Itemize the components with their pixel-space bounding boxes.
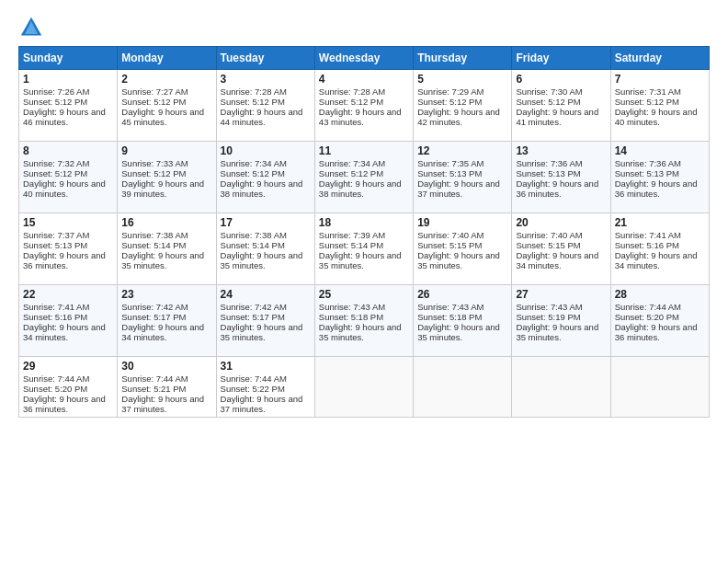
calendar-cell: 22 Sunrise: 7:41 AM Sunset: 5:16 PM Dayl… bbox=[19, 285, 118, 357]
calendar-cell: 24 Sunrise: 7:42 AM Sunset: 5:17 PM Dayl… bbox=[216, 285, 314, 357]
calendar-cell: 5 Sunrise: 7:29 AM Sunset: 5:12 PM Dayli… bbox=[414, 70, 512, 142]
day-number: 29 bbox=[23, 360, 113, 373]
sunset-label: Sunset: 5:19 PM bbox=[516, 312, 580, 322]
day-number: 4 bbox=[319, 73, 409, 86]
header-row: Sunday Monday Tuesday Wednesday Thursday… bbox=[19, 47, 710, 70]
day-number: 15 bbox=[23, 216, 113, 229]
daylight-label: Daylight: 9 hours and 40 minutes. bbox=[23, 178, 106, 199]
sunset-label: Sunset: 5:21 PM bbox=[121, 384, 186, 394]
daylight-label: Daylight: 9 hours and 36 minutes. bbox=[23, 394, 106, 414]
sunrise-label: Sunrise: 7:44 AM bbox=[615, 302, 681, 312]
day-number: 1 bbox=[23, 73, 113, 86]
sunrise-label: Sunrise: 7:38 AM bbox=[121, 230, 188, 240]
sunrise-label: Sunrise: 7:43 AM bbox=[417, 302, 483, 312]
calendar-cell bbox=[414, 357, 512, 418]
sunrise-label: Sunrise: 7:43 AM bbox=[319, 302, 385, 312]
calendar-table: Sunday Monday Tuesday Wednesday Thursday… bbox=[18, 46, 710, 418]
col-tuesday: Tuesday bbox=[216, 47, 314, 70]
sunrise-label: Sunrise: 7:37 AM bbox=[23, 230, 89, 240]
sunset-label: Sunset: 5:17 PM bbox=[221, 312, 285, 322]
day-number: 12 bbox=[417, 144, 507, 157]
sunset-label: Sunset: 5:14 PM bbox=[319, 240, 383, 250]
day-number: 31 bbox=[221, 360, 311, 373]
daylight-label: Daylight: 9 hours and 34 minutes. bbox=[516, 250, 598, 270]
calendar-cell: 10 Sunrise: 7:34 AM Sunset: 5:12 PM Dayl… bbox=[216, 142, 314, 213]
sunrise-label: Sunrise: 7:42 AM bbox=[221, 302, 287, 312]
sunrise-label: Sunrise: 7:36 AM bbox=[516, 158, 582, 168]
calendar-cell: 12 Sunrise: 7:35 AM Sunset: 5:13 PM Dayl… bbox=[414, 142, 512, 213]
daylight-label: Daylight: 9 hours and 35 minutes. bbox=[417, 322, 500, 342]
sunset-label: Sunset: 5:15 PM bbox=[417, 240, 482, 250]
sunrise-label: Sunrise: 7:28 AM bbox=[221, 86, 287, 97]
day-number: 7 bbox=[615, 73, 705, 86]
calendar-cell bbox=[512, 357, 610, 418]
col-monday: Monday bbox=[118, 47, 216, 70]
calendar-cell bbox=[314, 357, 413, 418]
day-number: 24 bbox=[221, 288, 311, 301]
calendar-cell: 15 Sunrise: 7:37 AM Sunset: 5:13 PM Dayl… bbox=[19, 213, 118, 285]
sunset-label: Sunset: 5:12 PM bbox=[23, 168, 87, 178]
daylight-label: Daylight: 9 hours and 35 minutes. bbox=[516, 322, 598, 342]
calendar-cell: 20 Sunrise: 7:40 AM Sunset: 5:15 PM Dayl… bbox=[512, 213, 610, 285]
sunset-label: Sunset: 5:17 PM bbox=[121, 312, 186, 322]
sunset-label: Sunset: 5:14 PM bbox=[221, 240, 285, 250]
sunset-label: Sunset: 5:22 PM bbox=[221, 384, 285, 394]
sunset-label: Sunset: 5:16 PM bbox=[615, 240, 679, 250]
col-thursday: Thursday bbox=[414, 47, 512, 70]
sunrise-label: Sunrise: 7:38 AM bbox=[221, 230, 287, 240]
calendar-cell: 26 Sunrise: 7:43 AM Sunset: 5:18 PM Dayl… bbox=[414, 285, 512, 357]
sunset-label: Sunset: 5:12 PM bbox=[221, 168, 285, 178]
daylight-label: Daylight: 9 hours and 34 minutes. bbox=[121, 322, 204, 342]
daylight-label: Daylight: 9 hours and 34 minutes. bbox=[615, 250, 698, 270]
col-wednesday: Wednesday bbox=[314, 47, 413, 70]
daylight-label: Daylight: 9 hours and 37 minutes. bbox=[417, 178, 500, 199]
calendar-cell: 19 Sunrise: 7:40 AM Sunset: 5:15 PM Dayl… bbox=[414, 213, 512, 285]
daylight-label: Daylight: 9 hours and 42 minutes. bbox=[417, 107, 500, 127]
daylight-label: Daylight: 9 hours and 39 minutes. bbox=[121, 178, 204, 199]
calendar-cell: 30 Sunrise: 7:44 AM Sunset: 5:21 PM Dayl… bbox=[118, 357, 216, 418]
calendar-cell: 31 Sunrise: 7:44 AM Sunset: 5:22 PM Dayl… bbox=[216, 357, 314, 418]
daylight-label: Daylight: 9 hours and 43 minutes. bbox=[319, 107, 402, 127]
logo bbox=[18, 15, 48, 40]
calendar-cell: 7 Sunrise: 7:31 AM Sunset: 5:12 PM Dayli… bbox=[610, 70, 709, 142]
daylight-label: Daylight: 9 hours and 35 minutes. bbox=[221, 250, 303, 270]
daylight-label: Daylight: 9 hours and 38 minutes. bbox=[221, 178, 303, 199]
sunrise-label: Sunrise: 7:28 AM bbox=[319, 86, 385, 97]
daylight-label: Daylight: 9 hours and 41 minutes. bbox=[516, 107, 598, 127]
day-number: 30 bbox=[121, 360, 211, 373]
sunrise-label: Sunrise: 7:41 AM bbox=[23, 302, 89, 312]
calendar-cell: 3 Sunrise: 7:28 AM Sunset: 5:12 PM Dayli… bbox=[216, 70, 314, 142]
day-number: 14 bbox=[615, 144, 705, 157]
sunset-label: Sunset: 5:12 PM bbox=[121, 97, 186, 107]
day-number: 26 bbox=[417, 288, 507, 301]
daylight-label: Daylight: 9 hours and 44 minutes. bbox=[221, 107, 303, 127]
daylight-label: Daylight: 9 hours and 34 minutes. bbox=[23, 322, 106, 342]
day-number: 13 bbox=[516, 144, 606, 157]
daylight-label: Daylight: 9 hours and 36 minutes. bbox=[516, 178, 598, 199]
col-sunday: Sunday bbox=[19, 47, 118, 70]
sunset-label: Sunset: 5:20 PM bbox=[23, 384, 87, 394]
sunset-label: Sunset: 5:14 PM bbox=[121, 240, 186, 250]
calendar-cell: 11 Sunrise: 7:34 AM Sunset: 5:12 PM Dayl… bbox=[314, 142, 413, 213]
day-number: 22 bbox=[23, 288, 113, 301]
col-saturday: Saturday bbox=[610, 47, 709, 70]
day-number: 9 bbox=[121, 144, 211, 157]
calendar-cell: 23 Sunrise: 7:42 AM Sunset: 5:17 PM Dayl… bbox=[118, 285, 216, 357]
daylight-label: Daylight: 9 hours and 46 minutes. bbox=[23, 107, 106, 127]
sunrise-label: Sunrise: 7:39 AM bbox=[319, 230, 385, 240]
sunset-label: Sunset: 5:12 PM bbox=[121, 168, 186, 178]
sunrise-label: Sunrise: 7:43 AM bbox=[516, 302, 582, 312]
sunrise-label: Sunrise: 7:30 AM bbox=[516, 86, 582, 97]
daylight-label: Daylight: 9 hours and 37 minutes. bbox=[221, 394, 303, 414]
sunset-label: Sunset: 5:15 PM bbox=[516, 240, 580, 250]
day-number: 17 bbox=[221, 216, 311, 229]
calendar-cell: 9 Sunrise: 7:33 AM Sunset: 5:12 PM Dayli… bbox=[118, 142, 216, 213]
calendar-cell: 21 Sunrise: 7:41 AM Sunset: 5:16 PM Dayl… bbox=[610, 213, 709, 285]
sunset-label: Sunset: 5:12 PM bbox=[319, 168, 383, 178]
calendar-cell: 16 Sunrise: 7:38 AM Sunset: 5:14 PM Dayl… bbox=[118, 213, 216, 285]
calendar-cell: 8 Sunrise: 7:32 AM Sunset: 5:12 PM Dayli… bbox=[19, 142, 118, 213]
day-number: 27 bbox=[516, 288, 606, 301]
sunrise-label: Sunrise: 7:41 AM bbox=[615, 230, 681, 240]
sunset-label: Sunset: 5:20 PM bbox=[615, 312, 679, 322]
sunset-label: Sunset: 5:13 PM bbox=[516, 168, 580, 178]
